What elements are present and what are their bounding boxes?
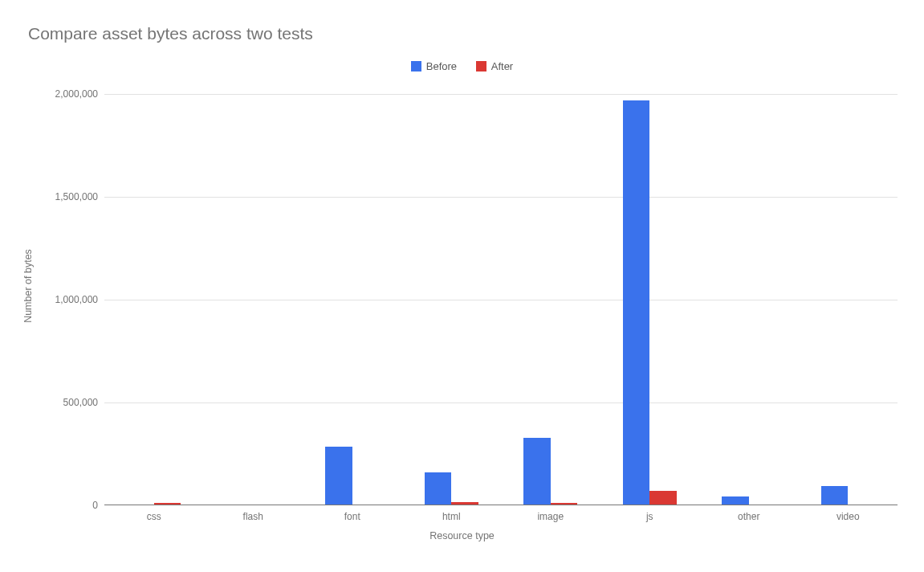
- gridline: [104, 94, 898, 95]
- x-tick-label: other: [738, 505, 759, 522]
- bar-before: [425, 472, 451, 505]
- bar-chart: Compare asset bytes across two tests Bef…: [0, 0, 924, 572]
- gridline: [104, 197, 898, 198]
- legend-label-after: After: [491, 60, 513, 72]
- bar-before: [325, 447, 352, 505]
- bar-before: [722, 496, 748, 505]
- y-tick-label: 1,500,000: [55, 191, 104, 202]
- x-tick-label: video: [836, 505, 860, 522]
- legend: Before After: [0, 60, 924, 74]
- legend-swatch-after: [476, 61, 486, 72]
- plot-area: 0500,0001,000,0001,500,0002,000,000cssfl…: [104, 94, 898, 505]
- y-tick-label: 500,000: [63, 397, 104, 408]
- y-axis-title: Number of bytes: [22, 249, 34, 323]
- gridline: [104, 300, 898, 300]
- bar-after: [649, 491, 676, 505]
- chart-title: Compare asset bytes across two tests: [28, 24, 313, 43]
- legend-swatch-before: [411, 61, 421, 72]
- x-axis-title: Resource type: [0, 530, 924, 541]
- x-tick-label: image: [537, 505, 564, 522]
- legend-label-before: Before: [426, 60, 457, 72]
- x-tick-label: flash: [243, 505, 263, 522]
- bar-before: [523, 438, 550, 505]
- y-tick-label: 2,000,000: [55, 88, 104, 100]
- y-tick-label: 0: [92, 500, 104, 511]
- bar-before: [821, 486, 848, 505]
- legend-item-after: After: [476, 60, 513, 72]
- x-tick-label: html: [442, 505, 461, 522]
- bar-before: [623, 100, 649, 505]
- x-tick-label: css: [147, 505, 161, 522]
- x-tick-label: js: [646, 505, 653, 522]
- legend-item-before: Before: [411, 60, 457, 72]
- x-tick-label: font: [344, 505, 360, 522]
- y-tick-label: 1,000,000: [55, 294, 104, 305]
- gridline: [104, 402, 898, 403]
